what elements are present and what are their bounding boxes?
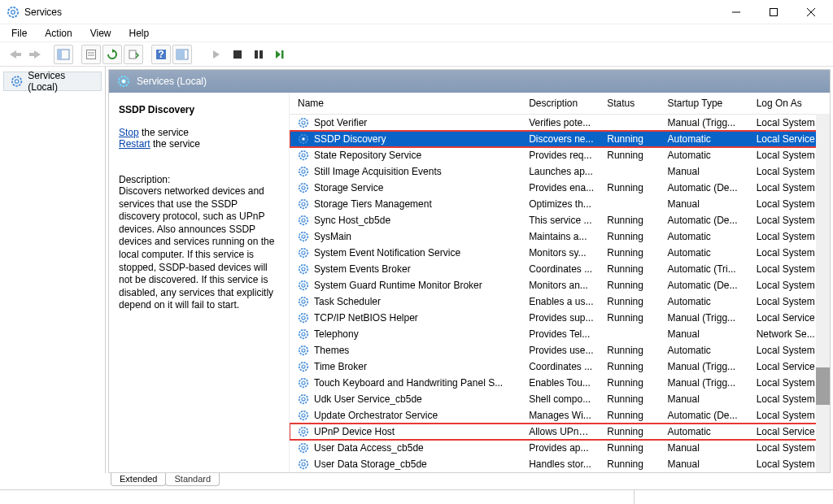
cell-status	[600, 115, 661, 132]
services-list[interactable]: Name Description Status Startup Type Log…	[290, 93, 830, 472]
cell-name: Update Orchestrator Service	[290, 407, 522, 424]
show-hide-tree-button[interactable]	[54, 45, 73, 64]
svg-rect-20	[259, 50, 263, 59]
forward-button[interactable]	[26, 45, 46, 64]
table-row[interactable]: ThemesProvides use...RunningAutomaticLoc…	[290, 342, 830, 358]
restart-service-button[interactable]	[270, 45, 290, 64]
table-row[interactable]: Time BrokerCoordinates ...RunningManual …	[290, 358, 830, 375]
cell-description: Provides ap...	[522, 440, 600, 456]
cell-description: This service ...	[522, 212, 600, 228]
service-name: Still Image Acquisition Events	[314, 166, 442, 177]
cell-startup: Automatic (Tri...	[661, 261, 749, 277]
table-row[interactable]: TelephonyProvides Tel...ManualNetwork Se…	[290, 326, 830, 342]
table-row[interactable]: UPnP Device HostAllows UPnP ...RunningAu…	[290, 424, 830, 440]
stop-service-button[interactable]	[228, 45, 247, 64]
service-name: SSDP Discovery	[314, 133, 386, 145]
menu-help[interactable]: Help	[123, 26, 156, 41]
table-row[interactable]: SysMainMaintains a...RunningAutomaticLoc…	[290, 228, 830, 245]
maximize-button[interactable]	[755, 0, 792, 24]
cell-startup: Manual (Trigg...	[661, 375, 749, 391]
table-row[interactable]: User Data Access_cb5deProvides ap...Runn…	[290, 440, 830, 456]
table-row[interactable]: User Data Storage_cb5deHandles stor...Ru…	[290, 456, 830, 472]
scrollbar[interactable]	[816, 93, 830, 472]
cell-status: Running	[600, 407, 661, 424]
export-button[interactable]	[124, 45, 143, 64]
refresh-button[interactable]	[102, 45, 122, 64]
menu-view[interactable]: View	[84, 26, 118, 41]
toolbar: ?	[0, 42, 833, 67]
column-header-logon[interactable]: Log On As	[750, 93, 830, 115]
tab-extended[interactable]: Extended	[111, 473, 166, 486]
cell-startup: Automatic	[661, 131, 749, 147]
cell-description: Enables a us...	[522, 293, 600, 310]
svg-rect-6	[15, 53, 21, 56]
cell-name: Telephony	[290, 326, 522, 342]
cell-startup: Manual (Trigg...	[661, 358, 749, 375]
table-row[interactable]: Touch Keyboard and Handwriting Panel S..…	[290, 375, 830, 391]
start-service-button[interactable]	[207, 45, 226, 64]
description-text: Discovers networked devices and services…	[119, 185, 279, 312]
column-header-startup[interactable]: Startup Type	[661, 93, 749, 115]
cell-description: Optimizes th...	[522, 196, 600, 212]
close-button[interactable]	[792, 0, 830, 24]
service-name: Storage Service	[314, 182, 383, 193]
cell-status: Running	[600, 293, 661, 310]
table-row[interactable]: System Guard Runtime Monitor BrokerMonit…	[290, 277, 830, 293]
status-bar	[0, 489, 833, 504]
service-name: UPnP Device Host	[314, 426, 395, 437]
service-name: System Events Broker	[314, 263, 411, 275]
cell-startup: Automatic	[661, 245, 749, 261]
restart-link[interactable]: Restart	[119, 138, 150, 150]
cell-description: Coordinates ...	[522, 358, 600, 375]
pause-service-button[interactable]	[249, 45, 268, 64]
cell-description: Provides Tel...	[522, 326, 600, 342]
column-header-status[interactable]: Status	[600, 93, 661, 115]
cell-name: SSDP Discovery	[290, 131, 522, 147]
cell-name: TCP/IP NetBIOS Helper	[290, 310, 522, 326]
table-row[interactable]: Update Orchestrator ServiceManages Wi...…	[290, 407, 830, 424]
menu-file[interactable]: File	[5, 26, 33, 41]
tree-item-services-local[interactable]: Services (Local)	[3, 72, 102, 91]
column-header-name[interactable]: Name	[290, 93, 522, 115]
cell-description: Shell compo...	[522, 391, 600, 407]
cell-description: Launches ap...	[522, 163, 600, 180]
cell-startup: Manual	[661, 196, 749, 212]
table-row[interactable]: Storage ServiceProvides ena...RunningAut…	[290, 180, 830, 196]
column-header-description[interactable]: Description	[522, 93, 600, 115]
cell-startup: Manual	[661, 163, 749, 180]
menu-action[interactable]: Action	[38, 26, 78, 41]
table-row[interactable]: Spot VerifierVerifies pote...Manual (Tri…	[290, 115, 830, 132]
cell-name: User Data Storage_cb5de	[290, 456, 522, 472]
cell-startup: Manual	[661, 456, 749, 472]
cell-name: Storage Service	[290, 180, 522, 196]
svg-rect-19	[255, 50, 258, 59]
cell-startup: Manual (Trigg...	[661, 115, 749, 132]
table-row[interactable]: System Events BrokerCoordinates ...Runni…	[290, 261, 830, 277]
cell-name: System Guard Runtime Monitor Broker	[290, 277, 522, 293]
table-row[interactable]: Storage Tiers ManagementOptimizes th...M…	[290, 196, 830, 212]
table-row[interactable]: System Event Notification ServiceMonitor…	[290, 245, 830, 261]
table-row[interactable]: Still Image Acquisition EventsLaunches a…	[290, 163, 830, 180]
back-button[interactable]	[5, 45, 24, 64]
table-row[interactable]: Udk User Service_cb5deShell compo...Runn…	[290, 391, 830, 407]
table-row[interactable]: SSDP DiscoveryDiscovers ne...RunningAuto…	[290, 131, 830, 147]
properties-button[interactable]	[81, 45, 101, 64]
service-name: Storage Tiers Management	[314, 198, 432, 210]
minimize-button[interactable]	[717, 0, 755, 24]
table-row[interactable]: Sync Host_cb5deThis service ...RunningAu…	[290, 212, 830, 228]
cell-name: Task Scheduler	[290, 293, 522, 310]
details-pane: SSDP Discovery Stop the service Restart …	[109, 93, 290, 472]
title-bar: Services	[0, 0, 833, 24]
table-row[interactable]: State Repository ServiceProvides req...R…	[290, 147, 830, 163]
cell-status: Running	[600, 212, 661, 228]
action-pane-button[interactable]	[172, 45, 192, 64]
scrollbar-thumb[interactable]	[816, 367, 830, 405]
tab-standard[interactable]: Standard	[165, 473, 220, 486]
help-button[interactable]: ?	[151, 45, 171, 64]
cell-status: Running	[600, 245, 661, 261]
table-row[interactable]: TCP/IP NetBIOS HelperProvides sup...Runn…	[290, 310, 830, 326]
cell-status: Running	[600, 228, 661, 245]
stop-link[interactable]: Stop	[119, 127, 139, 138]
cell-status	[600, 326, 661, 342]
table-row[interactable]: Task SchedulerEnables a us...RunningAuto…	[290, 293, 830, 310]
